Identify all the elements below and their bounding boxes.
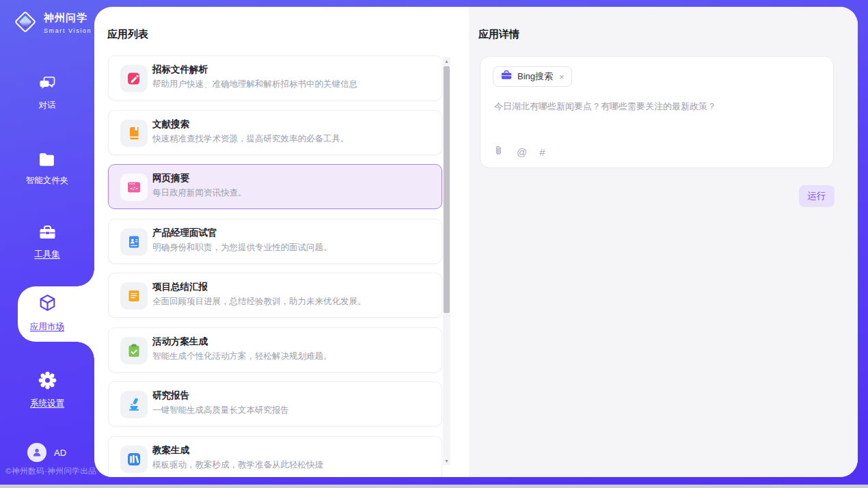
- microscope-icon: [120, 391, 148, 418]
- app-name: 文献搜索: [152, 118, 189, 131]
- content-area: 应用列表 招标文件解析 帮助用户快速、准确地理解和解析招标书中的关键信息 文献搜…: [94, 7, 858, 477]
- app-card-literature-search[interactable]: 文献搜索 快速精准查找学术资源，提高研究效率的必备工具。: [108, 110, 442, 155]
- sidebar-item-toolset[interactable]: 工具集: [0, 224, 94, 260]
- app-card-lesson-plan[interactable]: 教案生成 模板驱动，教案秒成，教学准备从此轻松快捷: [108, 436, 442, 477]
- app-detail-title: 应用详情: [478, 28, 519, 41]
- app-card-research-report[interactable]: 研究报告 一键智能生成高质量长文本研究报告: [108, 381, 442, 426]
- scrollbar-up-arrow-icon[interactable]: ▲: [443, 59, 450, 64]
- gear-icon: [38, 381, 57, 392]
- web-code-icon: </>: [120, 174, 148, 201]
- sidebar-item-label: 对话: [0, 100, 94, 111]
- sidebar-item-app-market[interactable]: 应用市场: [0, 293, 94, 333]
- app-card-bid-analysis[interactable]: 招标文件解析 帮助用户快速、准确地理解和解析招标书中的关键信息: [108, 55, 442, 100]
- app-desc: 明确身份和职责，为您提供专业性的面试问题。: [152, 242, 332, 254]
- doc-edit-icon: [120, 65, 148, 92]
- brand-gem-icon: [12, 9, 38, 38]
- app-desc: 每日政府新闻资讯快查。: [152, 187, 247, 199]
- prompt-input[interactable]: 今日湖北有哪些新闻要点？有哪些需要关注的最新政策？: [493, 99, 819, 144]
- briefcase-icon: [500, 69, 513, 84]
- sidebar-item-smart-folder[interactable]: 智能文件夹: [0, 152, 94, 187]
- sidebar-item-label: 系统设置: [0, 398, 94, 409]
- close-icon[interactable]: ×: [559, 72, 565, 82]
- cube-icon: [37, 304, 58, 316]
- app-name: 项目总结汇报: [152, 281, 208, 293]
- app-name: 研究报告: [152, 390, 189, 402]
- app-card-project-summary[interactable]: 项目总结汇报 全面回顾项目进展，总结经验教训，助力未来优化发展。: [108, 273, 442, 318]
- app-name: 网页摘要: [152, 172, 189, 185]
- list-scrollbar: ▲ ▼: [443, 57, 450, 465]
- user-account[interactable]: AD: [27, 443, 66, 462]
- app-desc: 智能生成个性化活动方案，轻松解决规划难题。: [152, 351, 332, 362]
- tool-chip-bing-search[interactable]: Bing搜索 ×: [493, 66, 572, 87]
- sidebar-item-settings[interactable]: 系统设置: [0, 370, 94, 409]
- sidebar-item-label: 智能文件夹: [0, 175, 94, 187]
- app-card-web-summary[interactable]: </> 网页摘要 每日政府新闻资讯快查。: [108, 164, 442, 209]
- sidebar-item-chat[interactable]: 对话: [0, 75, 94, 111]
- brand-subtitle: Smart Vision: [44, 27, 92, 34]
- app-list-title: 应用列表: [107, 28, 148, 41]
- app-desc: 全面回顾项目进展，总结经验教训，助力未来优化发展。: [152, 296, 366, 308]
- run-button[interactable]: 运行: [799, 185, 835, 207]
- folder-icon: [38, 158, 57, 170]
- app-desc: 快速精准查找学术资源，提高研究效率的必备工具。: [152, 133, 349, 145]
- active-tab-fillet-top: [77, 269, 94, 286]
- app-card-pm-interviewer[interactable]: 产品经理面试官 明确身份和职责，为您提供专业性的面试问题。: [108, 219, 442, 264]
- app-card-activity-plan[interactable]: 活动方案生成 智能生成个性化活动方案，轻松解决规划难题。: [108, 327, 442, 372]
- prompt-composer: Bing搜索 × 今日湖北有哪些新闻要点？有哪些需要关注的最新政策？ @ #: [480, 56, 834, 168]
- app-name: 产品经理面试官: [152, 227, 217, 239]
- app-detail-panel: 应用详情 Bing搜索 × 今日湖北有哪些新闻要点？有哪些需要关注的最新政策？: [469, 7, 858, 477]
- hash-icon[interactable]: #: [539, 147, 545, 157]
- app-name: 教案生成: [152, 444, 189, 457]
- toolbox-icon: [38, 232, 57, 243]
- note-icon: [120, 282, 148, 310]
- chat-icon: [38, 83, 57, 94]
- clipboard-check-icon: [120, 337, 148, 364]
- active-tab-fillet-bottom: [77, 342, 94, 360]
- tool-chip-label: Bing搜索: [517, 70, 553, 83]
- at-icon[interactable]: @: [517, 147, 527, 157]
- composer-toolbar: @ #: [493, 144, 545, 159]
- copyright-footer: ©神州数码·神州问学出品: [5, 466, 96, 476]
- paperclip-icon[interactable]: [493, 144, 504, 159]
- app-name: 招标文件解析: [152, 64, 208, 76]
- app-desc: 帮助用户快速、准确地理解和解析招标书中的关键信息: [152, 79, 357, 90]
- user-initials: AD: [54, 448, 66, 458]
- scrollbar-thumb[interactable]: [444, 66, 450, 313]
- avatar: [27, 443, 46, 462]
- books-icon: [120, 446, 148, 473]
- app-desc: 一键智能生成高质量长文本研究报告: [152, 405, 289, 416]
- resume-icon: [120, 228, 148, 256]
- app-name: 活动方案生成: [152, 336, 208, 348]
- sidebar-item-label: 应用市场: [0, 321, 94, 333]
- bottom-edge-strip: [0, 485, 868, 488]
- svg-text:</>: </>: [130, 186, 138, 191]
- app-desc: 模板驱动，教案秒成，教学准备从此轻松快捷: [152, 459, 323, 471]
- scrollbar-down-arrow-icon[interactable]: ▼: [443, 459, 450, 463]
- sidebar-item-label: 工具集: [0, 249, 94, 260]
- book-icon: [120, 120, 148, 147]
- brand-logo: 神州问学 Smart Vision: [12, 9, 92, 38]
- brand-name: 神州问学: [44, 12, 92, 23]
